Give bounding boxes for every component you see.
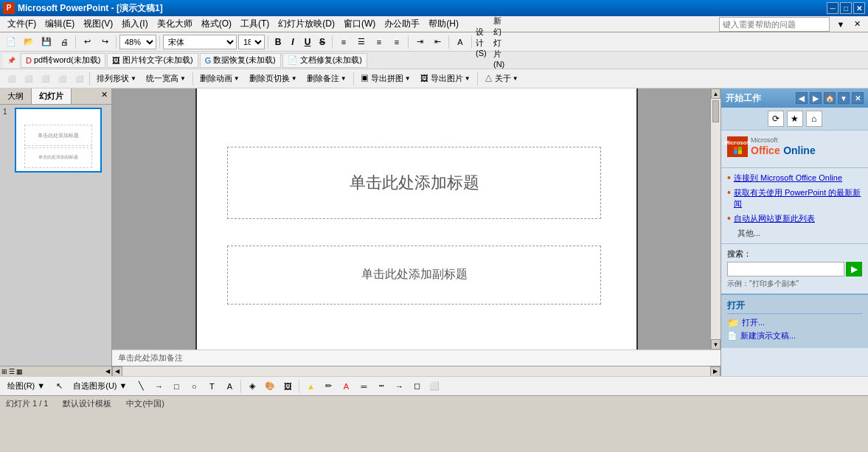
save-button[interactable]: 💾 xyxy=(38,35,55,49)
new-slide-button[interactable]: 新幻灯片(N) xyxy=(493,35,509,49)
tab-outline[interactable]: 大纲 xyxy=(0,88,32,104)
increase-indent-button[interactable]: ⇥ xyxy=(412,35,428,49)
arrow-style-button[interactable]: → xyxy=(391,379,407,394)
rp-home-button[interactable]: 🏠 xyxy=(824,92,836,104)
slide-thumbnail-1[interactable]: 单击此处添加标题 单击此处添加副标题 xyxy=(15,108,102,173)
delete-transition-button[interactable]: 删除页切换 ▼ xyxy=(245,72,302,86)
new-button[interactable]: 📄 xyxy=(3,35,19,49)
bold-button[interactable]: B xyxy=(271,35,285,49)
redo-button[interactable]: ↪ xyxy=(97,35,113,49)
hscroll-track[interactable] xyxy=(122,366,710,376)
menu-beautify[interactable]: 美化大师 xyxy=(153,16,197,32)
decrease-indent-button[interactable]: ⇤ xyxy=(429,35,445,49)
menu-slideshow[interactable]: 幻灯片放映(D) xyxy=(274,16,339,32)
menu-help[interactable]: 帮助(H) xyxy=(424,16,463,32)
design-button[interactable]: 设计(S) xyxy=(475,35,491,49)
font-size-select[interactable]: 18 12 14 16 20 24 28 36 xyxy=(238,35,265,49)
arrange-shapes-button[interactable]: 排列形状 ▼ xyxy=(92,72,141,86)
data-recovery-button[interactable]: G 数据恢复(未加载) xyxy=(200,53,281,68)
wordart-button[interactable]: A xyxy=(221,379,237,394)
menu-format[interactable]: 格式(O) xyxy=(197,16,236,32)
rp-new-button[interactable]: 📄 新建演示文稿... xyxy=(727,330,862,341)
autoshape-button[interactable]: 自选图形(U) ▼ xyxy=(69,379,131,394)
rp-open-button[interactable]: 📁 打开... xyxy=(727,317,862,328)
panel-close-button[interactable]: ✕ xyxy=(97,88,111,104)
image-button[interactable]: 🖼 xyxy=(280,379,296,394)
oval-button[interactable]: ○ xyxy=(186,379,202,394)
scroll-down-button[interactable]: ▼ xyxy=(711,339,721,350)
grid-view-button[interactable]: ⊞ xyxy=(1,368,7,375)
rp-search-input[interactable] xyxy=(727,262,844,277)
draw-menu-button[interactable]: 绘图(R) ▼ xyxy=(3,379,49,394)
line-color-button[interactable]: ✏ xyxy=(320,379,336,394)
help-search-button[interactable]: ▼ xyxy=(833,17,849,32)
fill-color-button[interactable]: ▲ xyxy=(302,379,319,394)
menu-assistant[interactable]: 办公助手 xyxy=(380,16,424,32)
font-color-button[interactable]: A xyxy=(452,35,468,49)
rp-link-update[interactable]: • 自动从网站更新此列表 xyxy=(727,213,862,223)
align-justify-button[interactable]: ≡ xyxy=(389,35,405,49)
scroll-left-button[interactable]: ◀ xyxy=(105,368,110,375)
title-placeholder[interactable]: 单击此处添加标题 xyxy=(227,147,601,219)
rp-nav-star[interactable]: ★ xyxy=(787,111,803,127)
rp-nav-refresh[interactable]: ⟳ xyxy=(768,111,784,127)
rp-forward-button[interactable]: ▶ xyxy=(810,92,822,104)
notes-bar[interactable]: 单击此处添加备注 xyxy=(112,350,721,366)
delete-animation-button[interactable]: 删除动画 ▼ xyxy=(195,72,244,86)
rp-back-button[interactable]: ◀ xyxy=(796,92,808,104)
tab-slides[interactable]: 幻灯片 xyxy=(32,88,72,104)
help-close-button[interactable]: ✕ xyxy=(849,17,865,32)
diagram-button[interactable]: ◈ xyxy=(244,379,260,394)
scroll-track[interactable] xyxy=(711,99,721,339)
shadow-button[interactable]: ◻ xyxy=(409,379,425,394)
font-color2-button[interactable]: A xyxy=(338,379,354,394)
menu-tools[interactable]: 工具(T) xyxy=(236,16,274,32)
film-view-button[interactable]: ▦ xyxy=(16,368,23,375)
slide-canvas[interactable]: 单击此处添加标题 单击此处添加副标题 xyxy=(195,88,638,350)
delete-notes-button[interactable]: 删除备注 ▼ xyxy=(302,72,351,86)
scroll-up-button[interactable]: ▲ xyxy=(711,88,721,99)
addon-pin-button[interactable]: 📌 xyxy=(3,53,19,68)
uniform-size-button[interactable]: 统一宽高 ▼ xyxy=(142,72,190,86)
underline-button[interactable]: U xyxy=(301,35,314,49)
close-button[interactable]: ✕ xyxy=(853,2,865,14)
list-view-button[interactable]: ☰ xyxy=(9,368,15,375)
image-to-text-button[interactable]: 🖼 图片转文字(未加载) xyxy=(107,53,198,68)
rp-nav-house[interactable]: ⌂ xyxy=(806,111,822,127)
undo-button[interactable]: ↩ xyxy=(79,35,95,49)
dash-style-button[interactable]: ┅ xyxy=(373,379,389,394)
clipart-button[interactable]: 🎨 xyxy=(262,379,278,394)
rect-button[interactable]: □ xyxy=(168,379,184,394)
scroll-right-btn[interactable]: ▶ xyxy=(710,366,721,377)
slide-item-1[interactable]: 1 单击此处添加标题 单击此处添加副标题 xyxy=(3,108,108,173)
vertical-scrollbar[interactable]: ▲ ▼ xyxy=(710,88,721,350)
align-center-button[interactable]: ☰ xyxy=(353,35,369,49)
line-style-button[interactable]: ═ xyxy=(355,379,372,394)
rp-close-button[interactable]: ✕ xyxy=(852,92,864,104)
line-button[interactable]: ╲ xyxy=(133,379,149,394)
menu-window[interactable]: 窗口(W) xyxy=(339,16,380,32)
menu-insert[interactable]: 插入(I) xyxy=(117,16,152,32)
about-button[interactable]: △ 关于 ▼ xyxy=(480,72,523,86)
maximize-button[interactable]: □ xyxy=(840,2,852,14)
menu-file[interactable]: 文件(F) xyxy=(3,16,41,32)
strikethrough-button[interactable]: S xyxy=(316,35,329,49)
align-left-button[interactable]: ≡ xyxy=(336,35,352,49)
subtitle-placeholder[interactable]: 单击此处添加副标题 xyxy=(227,246,601,305)
menu-view[interactable]: 视图(V) xyxy=(79,16,117,32)
zoom-select[interactable]: 48% 100% 75% 50% 25% xyxy=(119,35,156,49)
titlebar-controls[interactable]: ─ □ ✕ xyxy=(827,2,865,14)
align-right-button[interactable]: ≡ xyxy=(371,35,387,49)
scroll-left-btn[interactable]: ◀ xyxy=(112,366,122,377)
export-images-button[interactable]: 🖼 导出图片 ▼ xyxy=(416,72,475,86)
textbox-button[interactable]: T xyxy=(204,379,220,394)
open-button[interactable]: 📂 xyxy=(21,35,37,49)
print-button[interactable]: 🖨 xyxy=(56,35,72,49)
font-name-select[interactable]: 宋体 黑体 楷体 Arial xyxy=(163,35,237,49)
3d-button[interactable]: ⬜ xyxy=(426,379,442,394)
rp-expand-button[interactable]: ▼ xyxy=(838,92,850,104)
rp-link-news[interactable]: • 获取有关使用 PowerPoint 的最新新闻 xyxy=(727,187,862,209)
minimize-button[interactable]: ─ xyxy=(827,2,839,14)
scroll-thumb[interactable] xyxy=(712,100,719,122)
rp-link-connect[interactable]: • 连接到 Microsoft Office Online xyxy=(727,173,862,183)
